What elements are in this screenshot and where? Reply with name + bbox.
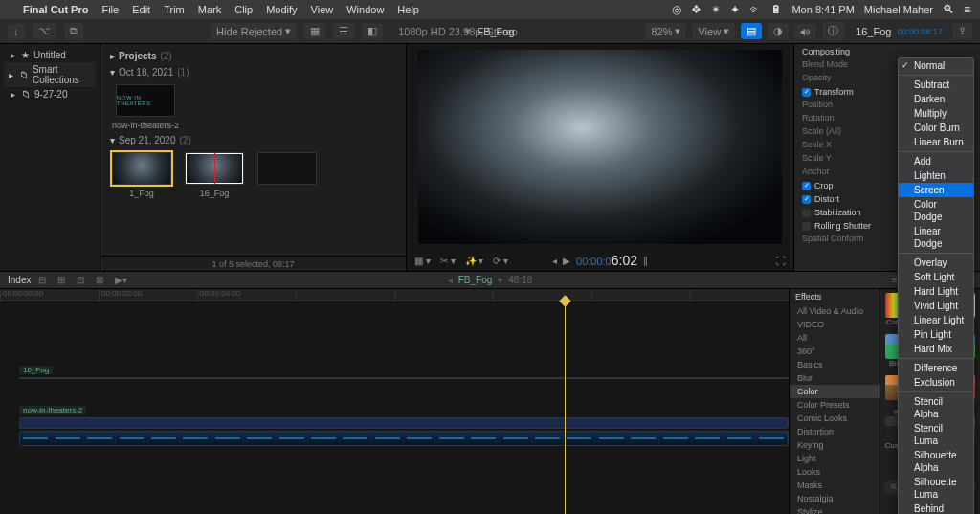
battery-icon[interactable]: 🔋︎	[770, 3, 782, 16]
transform-tool[interactable]: ✂ ▾	[440, 256, 456, 266]
insert-button[interactable]: ⊞	[57, 275, 69, 286]
tools-dropdown[interactable]: ▶▾	[115, 275, 126, 286]
clip-appearance-button[interactable]: ▦	[304, 23, 325, 39]
menu-modify[interactable]: Modify	[266, 4, 297, 15]
menu-clock[interactable]: Mon 8:41 PM	[791, 4, 854, 15]
dd-normal[interactable]: Normal	[899, 58, 973, 73]
menu-file[interactable]: File	[101, 4, 119, 15]
dd-subtract[interactable]: Subtract	[899, 78, 973, 92]
append-button[interactable]: ⊡	[77, 275, 88, 286]
sidebar-item-event[interactable]: ▸📁︎9-27-20	[4, 87, 96, 101]
dd-linear-dodge[interactable]: Linear Dodge	[899, 224, 973, 251]
keyword-button[interactable]: ⌥	[33, 23, 56, 39]
dd-color-burn[interactable]: Color Burn	[899, 121, 973, 135]
search-icon[interactable]: 🔍︎	[943, 3, 954, 16]
inspector-video-tab[interactable]: ▤	[741, 23, 762, 39]
connect-clip-button[interactable]: ⊟	[38, 275, 50, 286]
list-view-button[interactable]: ☰	[333, 23, 354, 39]
fx-cat-color[interactable]: Color	[790, 385, 880, 398]
fx-cat-light[interactable]: Light	[790, 452, 880, 465]
siri-icon[interactable]: ≡	[964, 3, 970, 16]
play-prev[interactable]: ◂	[552, 256, 557, 266]
dd-stencil-alpha[interactable]: Stencil Alpha	[899, 394, 973, 421]
menu-edit[interactable]: Edit	[132, 4, 150, 15]
fx-cat-stylize[interactable]: Stylize	[790, 505, 880, 514]
dd-behind[interactable]: Behind	[899, 502, 973, 514]
overwrite-button[interactable]: ⊠	[96, 275, 107, 286]
zoom-dropdown[interactable]: 82% ▾	[645, 23, 686, 39]
dd-screen[interactable]: Screen	[899, 183, 973, 197]
fx-cat-basics[interactable]: Basics	[790, 358, 880, 371]
dd-stencil-luma[interactable]: Stencil Luma	[899, 421, 973, 448]
tool-dropdown[interactable]: ▦ ▾	[414, 256, 431, 266]
clip-1fog[interactable]: 1_Fog	[112, 152, 171, 198]
dd-darken[interactable]: Darken	[899, 92, 973, 106]
enhance-tool[interactable]: ✨ ▾	[465, 256, 484, 266]
dd-silhouette-luma[interactable]: Silhouette Luma	[899, 475, 973, 502]
fx-cat-video[interactable]: VIDEO	[790, 318, 880, 331]
projects-header[interactable]: ▸Projects(2)	[108, 48, 398, 64]
menu-help[interactable]: Help	[397, 4, 419, 15]
dd-linear-burn[interactable]: Linear Burn	[899, 135, 973, 149]
fx-cat-all[interactable]: All	[790, 331, 880, 345]
date-header-2[interactable]: ▾Sep 21, 2020(2)	[108, 132, 398, 148]
playhead[interactable]	[565, 302, 566, 514]
app-name[interactable]: Final Cut Pro	[23, 4, 88, 15]
dd-vivid-light[interactable]: Vivid Light	[899, 299, 973, 313]
play-button[interactable]: ▶	[563, 256, 570, 266]
dd-pin-light[interactable]: Pin Light	[899, 327, 973, 342]
wifi-icon[interactable]: ᯤ	[749, 3, 761, 16]
library-item[interactable]: ▸★Untitled	[4, 48, 96, 62]
retime-tool[interactable]: ⟳ ▾	[493, 256, 508, 266]
video-track-1[interactable]: now-in-theaters-2	[19, 417, 789, 446]
dd-overlay[interactable]: Overlay	[899, 256, 973, 270]
clip-blank[interactable]	[257, 152, 317, 198]
fx-cat-all-video-audio[interactable]: All Video & Audio	[790, 304, 880, 318]
dd-linear-light[interactable]: Linear Light	[899, 313, 973, 327]
inspector-audio-tab[interactable]: 🔊︎	[794, 24, 816, 39]
dd-exclusion[interactable]: Exclusion	[899, 375, 973, 390]
dd-hard-light[interactable]: Hard Light	[899, 284, 973, 299]
blend-mode-menu[interactable]: Normal SubtractDarkenMultiplyColor BurnL…	[898, 57, 974, 514]
fullscreen-button[interactable]: ⛶	[776, 256, 786, 266]
dd-lighten[interactable]: Lighten	[899, 168, 973, 183]
fx-cat-distortion[interactable]: Distortion	[790, 425, 880, 438]
share-button[interactable]: ⇪	[952, 23, 972, 39]
view-dropdown[interactable]: View ▾	[692, 23, 735, 39]
dd-color-dodge[interactable]: Color Dodge	[899, 197, 973, 224]
import-button[interactable]: ↓	[8, 24, 25, 39]
fx-cat-nostalgia[interactable]: Nostalgia	[790, 492, 880, 505]
menu-window[interactable]: Window	[346, 4, 384, 15]
play-next[interactable]: ‖	[643, 256, 648, 266]
fx-cat-masks[interactable]: Masks	[790, 479, 880, 492]
dd-add[interactable]: Add	[899, 154, 973, 168]
dd-hard-mix[interactable]: Hard Mix	[899, 342, 973, 356]
fx-cat-360-[interactable]: 360°	[790, 345, 880, 358]
dd-difference[interactable]: Difference	[899, 361, 973, 375]
viewer-canvas[interactable]	[418, 50, 782, 243]
fx-cat-blur[interactable]: Blur	[790, 371, 880, 385]
menu-user[interactable]: Michael Maher	[864, 4, 933, 15]
inspector-info-tab[interactable]: ⓘ	[822, 22, 844, 40]
dd-multiply[interactable]: Multiply	[899, 106, 973, 121]
menu-mark[interactable]: Mark	[198, 4, 221, 15]
filter-button[interactable]: ◧	[362, 23, 383, 39]
inspector-color-tab[interactable]: ◑	[768, 23, 789, 39]
timecode[interactable]: 00:00:06:02	[576, 253, 637, 268]
bg-tasks-button[interactable]: ⧉	[64, 23, 83, 39]
fx-cat-color-presets[interactable]: Color Presets	[790, 398, 880, 412]
fx-cat-looks[interactable]: Looks	[790, 465, 880, 479]
date-header-1[interactable]: ▾Oct 18, 2021(1)	[108, 64, 398, 80]
clip-nit[interactable]: NOW IN THEATERSnow-in-theaters-2	[112, 84, 179, 130]
dd-silhouette-alpha[interactable]: Silhouette Alpha	[899, 448, 973, 475]
timeline[interactable]: 00:00:00:00 00:00:02:00 00:00:04:00 16_F…	[0, 289, 789, 514]
fx-cat-keying[interactable]: Keying	[790, 438, 880, 452]
dd-soft-light[interactable]: Soft Light	[899, 270, 973, 284]
menu-clip[interactable]: Clip	[234, 4, 253, 15]
menu-view[interactable]: View	[311, 4, 334, 15]
insp-compositing[interactable]: Compositing	[794, 44, 980, 57]
video-track-2[interactable]: 16_Fog	[19, 377, 789, 413]
menu-trim[interactable]: Trim	[164, 4, 185, 15]
fx-cat-comic-looks[interactable]: Comic Looks	[790, 412, 880, 425]
sidebar-item-smart[interactable]: ▸📁︎Smart Collections	[4, 62, 96, 87]
